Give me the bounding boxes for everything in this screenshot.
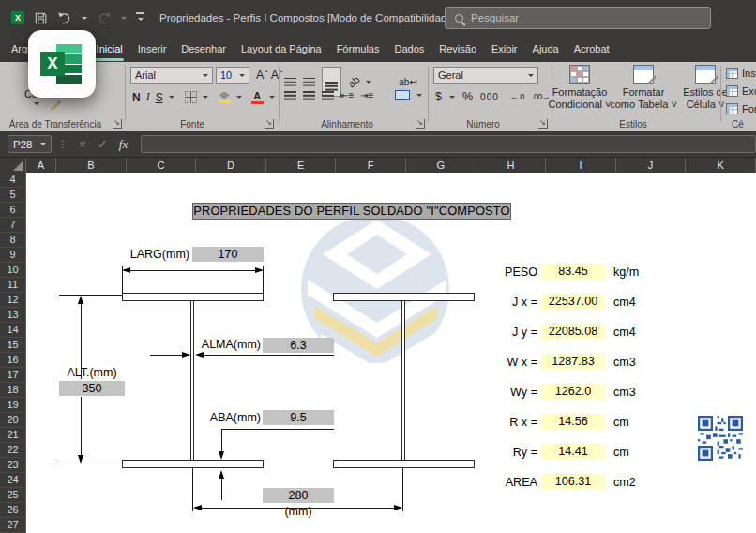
alt-value-cell[interactable]: 350	[59, 381, 125, 396]
select-all-button[interactable]	[0, 158, 26, 173]
row-header[interactable]: 16	[0, 353, 26, 368]
undo-icon[interactable]	[57, 11, 72, 24]
row-header[interactable]: 23	[0, 458, 26, 473]
paste-dropdown-icon[interactable]	[34, 102, 39, 108]
currency-dropdown-icon[interactable]	[449, 96, 455, 101]
column-header[interactable]: G	[406, 158, 476, 173]
property-value-cell[interactable]: 14.56	[541, 414, 605, 430]
column-header[interactable]: I	[546, 158, 616, 173]
decrease-indent-icon[interactable]: ⇤≡	[340, 90, 354, 100]
row-header[interactable]: 22	[0, 443, 26, 458]
borders-icon[interactable]	[185, 91, 197, 103]
row-header[interactable]: 24	[0, 473, 26, 488]
search-input[interactable]	[471, 12, 658, 23]
property-value-cell[interactable]: 1287.83	[541, 354, 605, 370]
row-header[interactable]: 12	[0, 293, 26, 308]
cells-group-button[interactable]: Exc	[726, 85, 756, 97]
column-header[interactable]: F	[336, 158, 406, 173]
fill-color-icon[interactable]	[219, 92, 231, 103]
ribbon-tab[interactable]: Desenhar	[174, 36, 234, 62]
ribbon-tab[interactable]: Exibir	[484, 36, 525, 62]
orientation-dropdown-icon[interactable]	[366, 81, 371, 86]
row-header[interactable]: 13	[0, 308, 26, 323]
formula-input[interactable]	[141, 135, 756, 153]
row-header[interactable]: 27	[0, 518, 26, 533]
property-value-cell[interactable]: 22085.08	[541, 324, 605, 340]
sheet-title[interactable]: PROPRIEDADES DO PERFIL SOLDADO "I"COMPOS…	[192, 203, 511, 220]
font-color-dropdown-icon[interactable]	[269, 96, 275, 101]
property-value-cell[interactable]: 83.45	[541, 264, 605, 280]
decrease-font-icon[interactable]: A	[271, 69, 283, 82]
insert-function-icon[interactable]: fx	[119, 137, 128, 152]
font-size-combo[interactable]: 10	[216, 67, 249, 84]
align-left-icon[interactable]	[284, 91, 296, 93]
increase-decimal-icon[interactable]: ←.0	[510, 92, 524, 101]
merge-center-icon[interactable]	[395, 90, 410, 100]
ribbon-tab[interactable]: Inserir	[130, 36, 174, 62]
borders-dropdown-icon[interactable]	[203, 96, 208, 101]
excel-app-icon[interactable]: X	[11, 11, 24, 24]
row-header[interactable]: 20	[0, 413, 26, 428]
number-dialog-launcher-icon[interactable]	[538, 119, 548, 129]
larg-value-cell[interactable]: 170	[192, 247, 264, 262]
column-header[interactable]: E	[266, 158, 337, 173]
format-painter-icon[interactable]	[49, 99, 62, 116]
property-value-cell[interactable]: 1262.0	[541, 384, 605, 400]
column-header[interactable]: B	[56, 158, 127, 173]
save-icon[interactable]	[34, 11, 48, 25]
row-header[interactable]: 18	[0, 383, 26, 398]
row-header[interactable]: 10	[0, 263, 26, 278]
property-value-cell[interactable]: 14.41	[541, 444, 605, 460]
row-header[interactable]: 11	[0, 278, 26, 293]
column-header[interactable]: A	[26, 158, 56, 173]
aba-label[interactable]: ABA(mm)	[200, 411, 261, 424]
row-header[interactable]: 15	[0, 338, 26, 353]
aba-value-cell[interactable]: 9.5	[263, 410, 334, 425]
row-header[interactable]: 8	[0, 233, 26, 248]
number-format-combo[interactable]: Geral	[433, 67, 538, 84]
align-center-icon[interactable]	[303, 91, 315, 93]
ribbon-tab[interactable]: Revisão	[431, 36, 484, 62]
ribbon-tab[interactable]: Acrobat	[567, 36, 617, 62]
formula-bar-resize-handle[interactable]: ⋮	[57, 138, 68, 150]
row-header[interactable]: 5	[0, 188, 26, 203]
row-header[interactable]: 19	[0, 398, 26, 413]
merge-center-dropdown-icon[interactable]	[416, 94, 422, 99]
increase-indent-icon[interactable]: ⇥≡	[360, 90, 373, 100]
fill-color-dropdown-icon[interactable]	[236, 96, 242, 101]
italic-button[interactable]: I	[146, 90, 150, 104]
name-box-dropdown-icon[interactable]	[40, 143, 46, 148]
orientation-icon[interactable]: ab	[346, 73, 362, 89]
row-header[interactable]: 9	[0, 248, 26, 263]
property-value-cell[interactable]: 106.31	[541, 474, 605, 490]
column-header[interactable]: C	[127, 158, 197, 173]
alt-label[interactable]: ALT.(mm)	[59, 366, 125, 379]
align-top-icon[interactable]	[284, 78, 296, 80]
align-middle-icon[interactable]	[303, 78, 315, 80]
name-box[interactable]: P28	[8, 135, 52, 153]
row-header[interactable]: 25	[0, 488, 26, 503]
ribbon-tab[interactable]: Fórmulas	[329, 36, 387, 62]
larg-label[interactable]: LARG(mm)	[120, 248, 189, 261]
column-header[interactable]: D	[196, 158, 266, 173]
conditional-formatting-button[interactable]: Formatação Condicional ˅	[546, 65, 613, 111]
underline-dropdown-icon[interactable]	[169, 96, 174, 101]
search-box[interactable]	[445, 7, 711, 29]
font-color-icon[interactable]: A	[251, 91, 264, 104]
column-header[interactable]: J	[616, 158, 687, 173]
underline-button[interactable]: S	[156, 91, 163, 104]
clipboard-dialog-launcher-icon[interactable]	[113, 119, 122, 129]
font-dialog-launcher-icon[interactable]	[265, 119, 274, 129]
ribbon-tab[interactable]: Ajuda	[525, 36, 567, 62]
row-header[interactable]: 14	[0, 323, 26, 338]
percent-format-icon[interactable]: %	[462, 90, 473, 103]
row-header[interactable]: 6	[0, 203, 26, 218]
alma-value-cell[interactable]: 6.3	[263, 338, 334, 353]
bold-button[interactable]: N	[132, 91, 141, 104]
row-header[interactable]: 26	[0, 503, 26, 518]
spacing-value-cell[interactable]: 280	[263, 488, 334, 503]
cells-group-button[interactable]: Ins	[726, 68, 756, 79]
customize-qat-icon[interactable]	[136, 12, 144, 23]
column-header[interactable]: H	[476, 158, 547, 173]
undo-dropdown-icon[interactable]	[82, 17, 87, 23]
